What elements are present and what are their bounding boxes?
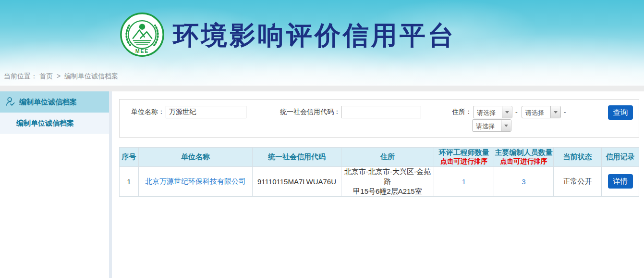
col-header-credit-code: 统一社会信用代码 bbox=[253, 148, 341, 167]
chevron-down-icon[interactable] bbox=[501, 120, 511, 131]
main-area: 编制单位诚信档案 编制单位诚信档案 单位名称： 统一社会信用代码： 住所： 请选… bbox=[0, 91, 644, 278]
chevron-down-icon[interactable] bbox=[502, 106, 512, 118]
chevron-down-icon[interactable] bbox=[550, 106, 560, 118]
col-header-status: 当前状态 bbox=[554, 148, 602, 167]
address-label: 住所： bbox=[449, 108, 472, 116]
search-row-1: 单位名称： 统一社会信用代码： 住所： 请选择 - 请选择 - 查询 bbox=[120, 106, 639, 118]
sidebar-subitem-unit-credit-archive[interactable]: 编制单位诚信档案 bbox=[0, 113, 109, 134]
table-header-row: 序号 单位名称 统一社会信用代码 住所 环评工程师数量 点击可进行排序 主要编制… bbox=[120, 148, 639, 167]
col-header-staff-count-sort[interactable]: 主要编制人员数量 点击可进行排序 bbox=[494, 148, 554, 167]
site-header: MEE 环境影响评价信用平台 当前位置：首页 > 编制单位诚信档案 bbox=[0, 0, 644, 86]
search-panel: 单位名称： 统一社会信用代码： 住所： 请选择 - 请选择 - 查询 bbox=[119, 99, 639, 138]
sort-hint-staff: 点击可进行排序 bbox=[494, 157, 553, 166]
mee-logo-icon: MEE bbox=[119, 12, 165, 58]
detail-button[interactable]: 详情 bbox=[608, 174, 633, 189]
breadcrumb-home-link[interactable]: 首页 bbox=[39, 72, 53, 80]
person-check-icon bbox=[5, 96, 15, 108]
header-divider-strip bbox=[0, 86, 644, 91]
breadcrumb-separator: > bbox=[57, 72, 61, 80]
sidebar: 编制单位诚信档案 编制单位诚信档案 bbox=[0, 91, 109, 278]
page-title: 环境影响评价信用平台 bbox=[173, 18, 456, 53]
cell-credit-code: 91110115MA7LWUA76U bbox=[253, 167, 341, 197]
content-area: 单位名称： 统一社会信用代码： 住所： 请选择 - 请选择 - 查询 bbox=[112, 91, 644, 278]
breadcrumb: 当前位置：首页 > 编制单位诚信档案 bbox=[4, 72, 120, 81]
district-select[interactable]: 请选择 bbox=[472, 119, 511, 132]
engineer-count-link[interactable]: 1 bbox=[462, 177, 466, 186]
breadcrumb-current: 编制单位诚信档案 bbox=[64, 72, 118, 80]
cell-address: 北京市-北京市-大兴区-金苑路 甲15号6幢2层A215室 bbox=[341, 167, 434, 197]
svg-text:MEE: MEE bbox=[135, 48, 149, 54]
cell-status: 正常公开 bbox=[554, 167, 602, 197]
table-row: 1 北京万源世纪环保科技有限公司 91110115MA7LWUA76U 北京市-… bbox=[120, 167, 639, 197]
address-dash-1: - bbox=[515, 108, 518, 116]
col-header-company: 单位名称 bbox=[139, 148, 253, 167]
company-name-input[interactable] bbox=[166, 106, 246, 118]
city-select[interactable]: 请选择 bbox=[522, 106, 561, 118]
province-select[interactable]: 请选择 bbox=[473, 106, 512, 118]
col-header-address: 住所 bbox=[341, 148, 434, 167]
sort-hint-engineer: 点击可进行排序 bbox=[434, 157, 494, 166]
address-dash-2: - bbox=[564, 108, 566, 116]
company-name-label: 单位名称： bbox=[120, 108, 165, 116]
credit-code-input[interactable] bbox=[341, 106, 421, 118]
company-name-link[interactable]: 北京万源世纪环保科技有限公司 bbox=[145, 177, 246, 185]
credit-code-label: 统一社会信用代码： bbox=[278, 108, 340, 116]
sidebar-subitem-label: 编制单位诚信档案 bbox=[16, 119, 74, 128]
breadcrumb-prefix: 当前位置： bbox=[4, 72, 37, 80]
col-header-engineer-count-sort[interactable]: 环评工程师数量 点击可进行排序 bbox=[434, 148, 494, 167]
col-header-seq: 序号 bbox=[120, 148, 139, 167]
search-row-2: 请选择 bbox=[120, 119, 639, 132]
staff-count-link[interactable]: 3 bbox=[522, 177, 525, 186]
cell-seq: 1 bbox=[120, 167, 139, 197]
query-button[interactable]: 查询 bbox=[608, 105, 633, 120]
sidebar-item-label: 编制单位诚信档案 bbox=[19, 98, 77, 107]
col-header-staff-count-label: 主要编制人员数量 bbox=[495, 148, 553, 156]
col-header-credit-record: 信用记录 bbox=[602, 148, 639, 167]
col-header-engineer-count-label: 环评工程师数量 bbox=[439, 148, 489, 156]
city-select-value: 请选择 bbox=[522, 106, 550, 118]
address-line-1: 北京市-北京市-大兴区-金苑路 bbox=[344, 167, 431, 185]
province-select-value: 请选择 bbox=[474, 106, 502, 118]
sidebar-item-unit-credit-archive[interactable]: 编制单位诚信档案 bbox=[0, 91, 109, 113]
address-line-2: 甲15号6幢2层A215室 bbox=[353, 187, 422, 195]
units-table: 序号 单位名称 统一社会信用代码 住所 环评工程师数量 点击可进行排序 主要编制… bbox=[119, 147, 639, 197]
district-select-value: 请选择 bbox=[473, 120, 501, 131]
